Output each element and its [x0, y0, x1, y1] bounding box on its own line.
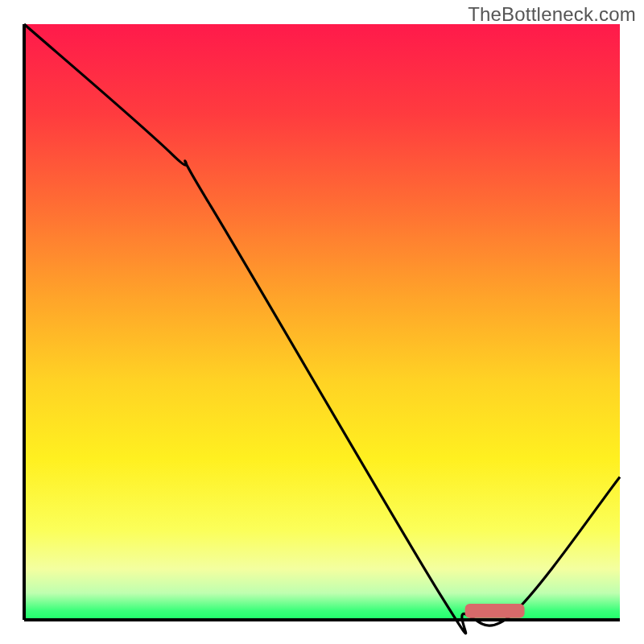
optimal-range-marker [465, 604, 525, 618]
gradient-background [24, 24, 620, 620]
bottleneck-chart [0, 0, 644, 644]
chart-container: TheBottleneck.com [0, 0, 644, 644]
watermark-text: TheBottleneck.com [468, 3, 636, 26]
